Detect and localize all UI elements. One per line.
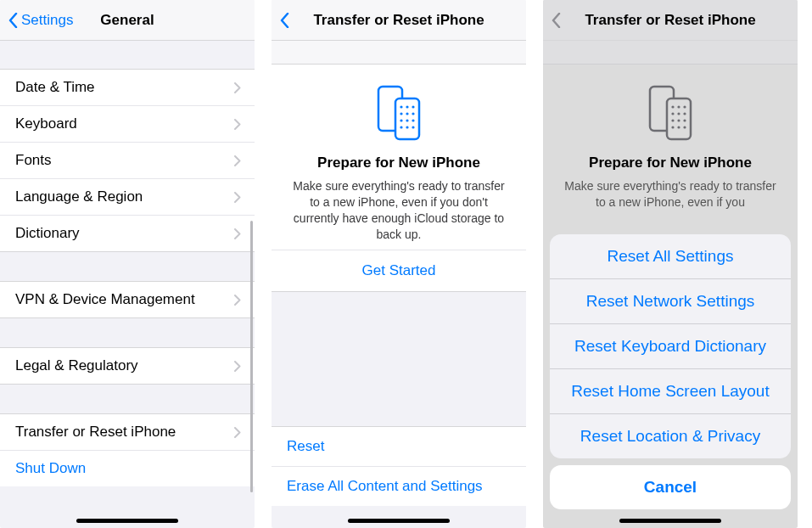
svg-point-9 xyxy=(406,119,408,121)
row-label: Language & Region xyxy=(15,188,143,205)
row-date-time[interactable]: Date & Time xyxy=(0,70,255,106)
section-gap xyxy=(0,41,255,70)
erase-all-button[interactable]: Erase All Content and Settings xyxy=(272,467,526,506)
svg-point-21 xyxy=(683,112,686,115)
get-started-label: Get Started xyxy=(362,262,436,278)
chevron-right-icon xyxy=(234,155,241,166)
navbar-title: Transfer or Reset iPhone xyxy=(543,12,798,29)
svg-point-3 xyxy=(406,105,408,108)
action-sheet: Reset All Settings Reset Network Setting… xyxy=(550,234,791,509)
option-label: Reset Home Screen Layout xyxy=(571,382,769,400)
svg-point-20 xyxy=(677,112,680,115)
row-transfer-reset[interactable]: Transfer or Reset iPhone xyxy=(0,414,255,451)
option-label: Reset All Settings xyxy=(608,247,734,265)
row-language-region[interactable]: Language & Region xyxy=(0,179,255,216)
row-label: Shut Down xyxy=(15,460,86,477)
row-label: VPN & Device Management xyxy=(15,291,195,308)
row-label: Dictionary xyxy=(15,225,80,242)
settings-group-3: Legal & Regulatory xyxy=(0,348,255,384)
row-label: Transfer or Reset iPhone xyxy=(15,424,176,441)
reset-home-screen-layout-option[interactable]: Reset Home Screen Layout xyxy=(550,369,791,414)
navbar: Settings General xyxy=(0,0,255,41)
chevron-left-icon xyxy=(552,13,561,28)
svg-point-23 xyxy=(677,119,680,121)
svg-point-6 xyxy=(406,112,408,115)
svg-point-18 xyxy=(683,105,686,108)
svg-point-7 xyxy=(412,112,414,115)
cancel-button[interactable]: Cancel xyxy=(550,465,791,509)
svg-rect-1 xyxy=(395,98,419,139)
svg-point-4 xyxy=(412,105,414,108)
screen-transfer-reset: Transfer or Reset iPhone Prepare for New… xyxy=(272,0,526,528)
row-fonts[interactable]: Fonts xyxy=(0,143,255,179)
svg-point-12 xyxy=(406,126,408,128)
devices-icon xyxy=(563,83,777,143)
screen-general-settings: Settings General Date & Time Keyboard Fo… xyxy=(0,0,255,528)
section-gap xyxy=(272,41,526,65)
section-gap xyxy=(543,41,798,65)
screen-reset-action-sheet: Transfer or Reset iPhone Prepare for New… xyxy=(543,0,798,528)
row-label: Keyboard xyxy=(15,115,77,132)
section-gap xyxy=(0,317,255,348)
navbar-title: Transfer or Reset iPhone xyxy=(272,12,526,29)
reset-button[interactable]: Reset xyxy=(272,427,526,467)
get-started-button[interactable]: Get Started xyxy=(272,250,526,292)
row-vpn-device-management[interactable]: VPN & Device Management xyxy=(0,282,255,317)
section-gap xyxy=(0,384,255,414)
chevron-left-icon xyxy=(280,13,289,28)
svg-point-13 xyxy=(412,126,414,128)
reset-keyboard-dictionary-option[interactable]: Reset Keyboard Dictionary xyxy=(550,324,791,369)
settings-group-4: Transfer or Reset iPhone Shut Down xyxy=(0,414,255,486)
svg-point-2 xyxy=(400,105,402,108)
row-label: Reset xyxy=(287,438,324,455)
prepare-section: Prepare for New iPhone Make sure everyth… xyxy=(543,65,798,217)
chevron-right-icon xyxy=(234,427,241,438)
svg-point-26 xyxy=(677,126,680,128)
chevron-right-icon xyxy=(234,361,241,372)
settings-group-2: VPN & Device Management xyxy=(0,282,255,317)
prepare-title: Prepare for New iPhone xyxy=(563,154,777,171)
row-legal-regulatory[interactable]: Legal & Regulatory xyxy=(0,348,255,384)
bottom-actions: Reset Erase All Content and Settings xyxy=(272,426,526,506)
chevron-right-icon xyxy=(234,295,241,306)
home-indicator[interactable] xyxy=(348,519,450,523)
back-button xyxy=(543,13,561,28)
row-label: Date & Time xyxy=(15,79,95,96)
navbar: Transfer or Reset iPhone xyxy=(543,0,798,41)
svg-rect-15 xyxy=(667,98,691,139)
navbar: Transfer or Reset iPhone xyxy=(272,0,526,41)
row-shut-down[interactable]: Shut Down xyxy=(0,451,255,486)
chevron-right-icon xyxy=(234,119,241,130)
svg-point-16 xyxy=(671,105,674,108)
prepare-description: Make sure everything's ready to transfer… xyxy=(563,178,777,211)
devices-icon xyxy=(292,83,506,143)
row-keyboard[interactable]: Keyboard xyxy=(0,106,255,143)
svg-point-17 xyxy=(677,105,680,108)
home-indicator[interactable] xyxy=(619,519,721,523)
svg-point-5 xyxy=(400,112,402,115)
svg-point-10 xyxy=(412,119,414,121)
action-sheet-options: Reset All Settings Reset Network Setting… xyxy=(550,234,791,458)
prepare-title: Prepare for New iPhone xyxy=(292,154,506,171)
reset-all-settings-option[interactable]: Reset All Settings xyxy=(550,234,791,279)
row-dictionary[interactable]: Dictionary xyxy=(0,216,255,251)
option-label: Reset Network Settings xyxy=(586,292,755,310)
svg-point-25 xyxy=(671,126,674,128)
scroll-indicator[interactable] xyxy=(250,221,253,492)
back-button[interactable] xyxy=(272,13,289,28)
home-indicator[interactable] xyxy=(76,519,178,523)
row-label: Fonts xyxy=(15,152,52,169)
reset-network-settings-option[interactable]: Reset Network Settings xyxy=(550,279,791,324)
svg-point-8 xyxy=(400,119,402,121)
cancel-label: Cancel xyxy=(644,478,697,496)
prepare-description: Make sure everything's ready to transfer… xyxy=(292,178,506,243)
option-label: Reset Location & Privacy xyxy=(580,427,760,445)
section-gap xyxy=(0,251,255,282)
reset-location-privacy-option[interactable]: Reset Location & Privacy xyxy=(550,414,791,458)
chevron-right-icon xyxy=(234,192,241,203)
back-button[interactable]: Settings xyxy=(0,12,73,29)
svg-point-24 xyxy=(683,119,686,121)
svg-point-19 xyxy=(671,112,674,115)
option-label: Reset Keyboard Dictionary xyxy=(574,337,766,355)
svg-point-27 xyxy=(683,126,686,128)
